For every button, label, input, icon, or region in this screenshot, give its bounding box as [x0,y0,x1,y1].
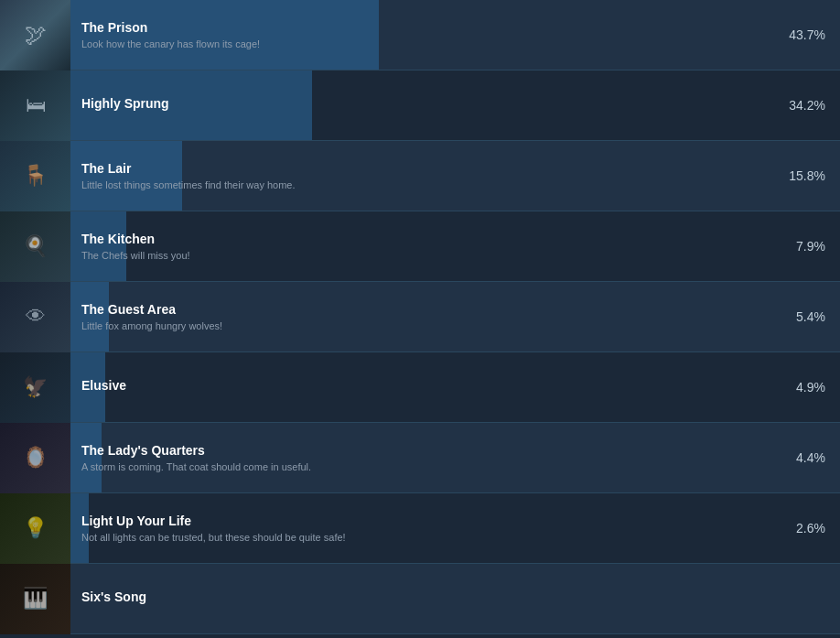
achievement-title: Six's Song [81,589,765,604]
achievement-thumbnail-prison [0,0,70,70]
achievement-content: Elusive [70,352,776,422]
achievement-thumbnail-sprung [0,70,70,141]
achievement-title: The Prison [81,20,765,35]
achievement-thumbnail-light [0,493,70,564]
achievement-title: The Guest Area [81,302,765,317]
achievement-row[interactable]: The PrisonLook how the canary has flown … [0,0,840,70]
achievement-row[interactable]: Highly Sprung34.2% [0,70,840,141]
achievement-row[interactable]: Six's Song [0,564,840,634]
achievement-title: The Lady's Quarters [81,443,765,458]
achievement-description: Look how the canary has flown its cage! [81,38,765,49]
achievement-percent: 43.7% [776,27,840,42]
achievement-thumbnail-kitchen [0,211,70,282]
achievement-row[interactable]: The KitchenThe Chefs will miss you!7.9% [0,211,840,282]
achievement-description: Little lost things sometimes find their … [81,179,765,190]
achievement-content: The Lady's QuartersA storm is coming. Th… [70,423,776,492]
achievement-thumbnail-lair [0,141,70,211]
achievement-row[interactable]: Light Up Your LifeNot all lights can be … [0,493,840,564]
achievement-description: Little fox among hungry wolves! [81,320,765,331]
achievement-percent: 5.4% [776,309,840,324]
achievement-percent: 2.6% [776,521,840,535]
achievement-content: The PrisonLook how the canary has flown … [70,0,776,70]
achievement-description: A storm is coming. That coat should come… [81,461,765,472]
achievement-row[interactable]: The LairLittle lost things sometimes fin… [0,141,840,211]
achievement-content: Six's Song [70,564,776,633]
achievement-description: Not all lights can be trusted, but these… [81,532,765,543]
achievement-percent: 4.4% [776,450,840,465]
achievement-title: Elusive [81,378,765,393]
achievement-thumbnail-guest [0,282,70,352]
achievement-list: The PrisonLook how the canary has flown … [0,0,840,634]
achievement-row[interactable]: The Guest AreaLittle fox among hungry wo… [0,282,840,352]
achievement-thumbnail-elusive [0,352,70,423]
achievement-title: The Kitchen [81,232,765,246]
achievement-row[interactable]: The Lady's QuartersA storm is coming. Th… [0,423,840,493]
achievement-title: The Lair [81,161,765,176]
achievement-content: The KitchenThe Chefs will miss you! [70,211,776,281]
achievement-percent: 34.2% [776,98,840,113]
achievement-content: Light Up Your LifeNot all lights can be … [70,493,776,563]
achievement-content: The LairLittle lost things sometimes fin… [70,141,776,211]
achievement-title: Light Up Your Life [81,514,765,528]
achievement-row[interactable]: Elusive4.9% [0,352,840,423]
achievement-percent: 7.9% [776,239,840,254]
achievement-thumbnail-ladys [0,423,70,493]
achievement-description: The Chefs will miss you! [81,250,765,261]
achievement-content: The Guest AreaLittle fox among hungry wo… [70,282,776,351]
achievement-content: Highly Sprung [70,70,776,140]
achievement-title: Highly Sprung [81,96,765,111]
achievement-thumbnail-six [0,564,70,634]
achievement-percent: 4.9% [776,380,840,395]
achievement-percent: 15.8% [776,168,840,183]
